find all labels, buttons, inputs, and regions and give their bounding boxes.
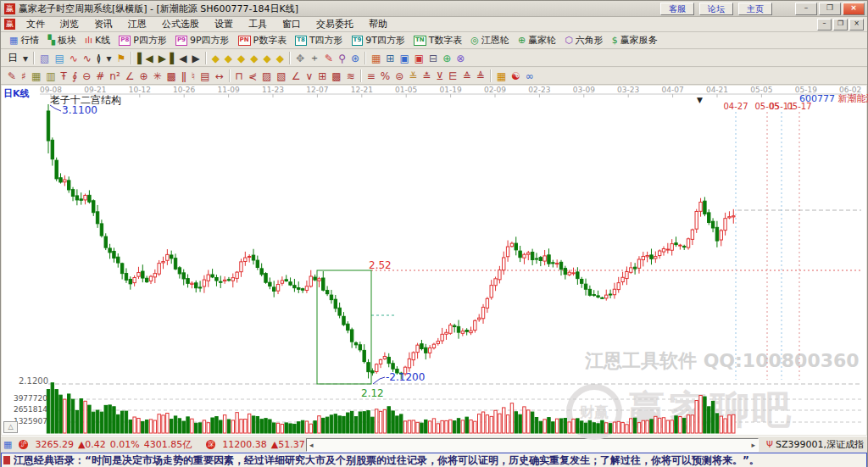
restore-button[interactable]: ❐ <box>819 3 841 15</box>
tool-icon[interactable]: ≡ <box>364 70 378 82</box>
titlebar-link-论坛[interactable]: 论坛 <box>699 3 733 15</box>
pane-expand-button[interactable]: △ <box>3 421 18 433</box>
tool-icon[interactable]: ≚ <box>406 70 420 82</box>
tool-icon[interactable]: ▩ <box>329 70 343 82</box>
tool-icon[interactable]: ▦ <box>494 70 509 82</box>
menu-item[interactable]: 公式选股 <box>154 18 207 31</box>
toolbar-button-K线[interactable]: ılıK线 <box>81 34 114 47</box>
tool-icon[interactable]: ↔ <box>213 70 226 82</box>
tool-icon[interactable]: ◆ <box>248 53 260 64</box>
tool-icon[interactable]: n² <box>107 70 122 82</box>
menu-item[interactable]: 交易委托 <box>309 18 361 31</box>
tool-icon[interactable]: ǁ <box>179 70 189 82</box>
quote-grid-icon[interactable]: ▦ <box>3 439 12 451</box>
tool-icon[interactable]: ▩ <box>164 70 179 82</box>
tool-icon[interactable]: ⊛ <box>348 53 362 64</box>
tool-icon[interactable]: ♮ <box>189 70 198 82</box>
horizontal-scrollbar[interactable]: ◂ ▸ <box>306 438 759 452</box>
tool-icon[interactable]: ∮ <box>70 70 80 82</box>
mdi-minimize-button[interactable]: – <box>817 19 832 31</box>
candlestick-chart[interactable]: 江恩工具软件 QQ:100800360 财赢 赢家聊吧 日K线 老子十二宫结构 … <box>2 86 866 435</box>
tool-icon[interactable]: ▾ <box>103 53 114 64</box>
toolbar-button-赢家服务[interactable]: $赢家服务 <box>608 34 662 47</box>
tool-icon[interactable]: ≋ <box>344 70 358 82</box>
toolbar-button-T四方形[interactable]: T8T四方形 <box>291 34 347 47</box>
mdi-restore-button[interactable]: ❐ <box>833 19 848 31</box>
menu-item[interactable]: 窗口 <box>275 18 309 31</box>
chart-canvas[interactable] <box>2 86 866 435</box>
tool-icon[interactable]: ∞ <box>523 70 537 82</box>
tool-icon[interactable]: ▥ <box>43 70 58 82</box>
close-button[interactable]: × <box>843 3 865 15</box>
titlebar-link-主页[interactable]: 主页 <box>738 3 772 15</box>
tool-icon[interactable]: ◆ <box>261 53 274 64</box>
tool-icon[interactable]: ▣ <box>412 53 426 64</box>
toolbar-button-行情[interactable]: ▦行情 <box>5 34 43 47</box>
tool-icon[interactable]: ⊞ <box>315 70 329 82</box>
tool-icon[interactable]: # <box>93 70 107 82</box>
toolbar-button-六角形[interactable]: ⬡六角形 <box>560 34 608 47</box>
tool-icon[interactable]: ▾ <box>20 53 31 64</box>
toolbar-button-P四方形[interactable]: P8P四方形 <box>114 34 171 47</box>
tool-icon[interactable]: ∠ <box>289 70 303 82</box>
titlebar-link-客服[interactable]: 客服 <box>660 3 694 15</box>
tool-icon[interactable]: ◀ <box>176 53 189 64</box>
menu-item[interactable]: 设置 <box>207 18 241 31</box>
minimize-button[interactable]: – <box>795 3 817 15</box>
tool-icon[interactable]: ▌◀ <box>135 53 155 64</box>
tool-icon[interactable]: ⊻ <box>433 70 446 82</box>
tool-icon[interactable]: ◆ <box>222 53 235 64</box>
mdi-close-button[interactable]: × <box>849 19 864 31</box>
tool-icon[interactable]: ≙ <box>460 70 474 82</box>
menu-item[interactable]: 浏览 <box>53 18 86 31</box>
tool-icon[interactable]: ≜ <box>474 70 487 82</box>
toolbar-button-9T四方形[interactable]: T99T四方形 <box>348 34 409 47</box>
tool-icon[interactable]: ⊓ <box>233 70 246 82</box>
tool-icon[interactable]: ⊜ <box>392 70 406 82</box>
status-symbol-group[interactable]: Ψ SZ399001,深证成指 <box>766 438 864 451</box>
tool-icon[interactable]: ▣ <box>397 53 411 64</box>
toolbar-button-江恩轮[interactable]: ◎江恩轮 <box>466 34 514 47</box>
tool-icon[interactable]: ▦ <box>29 70 43 82</box>
tool-icon[interactable]: ⊟ <box>426 53 440 64</box>
menu-item[interactable]: 江恩 <box>120 18 154 31</box>
tool-icon[interactable]: ✥ <box>293 53 307 64</box>
toolbar-button-赢家轮[interactable]: ⊕赢家轮 <box>514 34 560 47</box>
tool-icon[interactable]: ⊖ <box>80 70 93 82</box>
tool-icon[interactable]: ⊕ <box>136 70 150 82</box>
tool-icon[interactable]: ⚑ <box>114 53 128 64</box>
tool-icon[interactable]: ≛ <box>420 70 433 82</box>
tool-icon[interactable]: ✳ <box>151 70 164 82</box>
tool-icon[interactable]: ⊕ <box>440 53 453 64</box>
tool-icon[interactable]: ⊗ <box>453 53 467 64</box>
menu-item[interactable]: 文件 <box>19 18 53 31</box>
tool-icon[interactable]: ∠ <box>123 70 137 82</box>
tool-icon[interactable]: ◆ <box>274 53 287 64</box>
tool-icon[interactable]: ◆ <box>235 53 248 64</box>
scroll-right-icon[interactable]: ▸ <box>748 441 758 449</box>
toolbar-button-T数字表[interactable]: TNT数字表 <box>409 34 466 47</box>
tool-icon[interactable]: ∿ <box>81 53 94 64</box>
tool-icon[interactable]: ♯ <box>19 70 29 82</box>
tool-icon[interactable]: ⚲ <box>336 53 348 64</box>
tool-icon[interactable]: ▶ <box>189 53 202 64</box>
tool-icon[interactable]: ▦ <box>369 53 383 64</box>
toolbar-button-9P四方形[interactable]: P99P四方形 <box>171 34 234 47</box>
tool-icon[interactable]: ∿ <box>67 53 81 64</box>
tool-icon[interactable]: % <box>378 70 392 82</box>
tool-icon[interactable]: ⋞ <box>246 70 259 82</box>
tool-icon[interactable]: ▶▐ <box>156 53 176 64</box>
tool-icon[interactable]: ≬ <box>94 53 104 64</box>
menu-item[interactable]: 帮助 <box>361 18 395 31</box>
tool-icon[interactable]: ▧ <box>274 70 288 82</box>
tool-icon[interactable]: ＋ <box>307 51 322 65</box>
tool-icon[interactable]: ⊞ <box>383 53 397 64</box>
tool-icon[interactable]: ▤ <box>52 53 66 64</box>
tool-icon[interactable]: ◆ <box>209 53 222 64</box>
tool-icon[interactable]: ✎ <box>5 70 19 82</box>
tool-icon[interactable]: ☯ <box>509 70 523 82</box>
toolbar-button-板块[interactable]: ▚板块 <box>43 34 80 47</box>
menu-item[interactable]: 工具 <box>241 18 275 31</box>
toolbar-button-P数字表[interactable]: PNP数字表 <box>234 34 292 47</box>
tool-icon[interactable]: ▧ <box>37 53 52 64</box>
